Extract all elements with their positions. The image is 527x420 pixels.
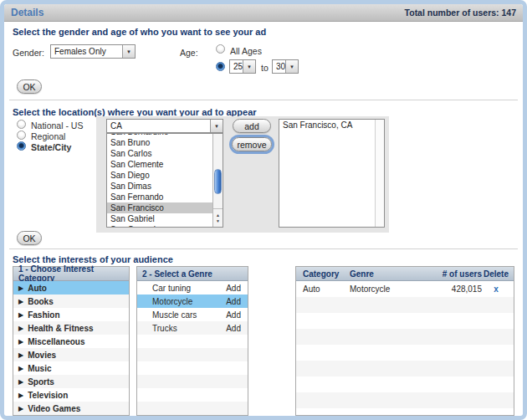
arrow-right-icon: ▶ [18,378,23,386]
add-genre-link[interactable]: Add [226,310,241,320]
city-option[interactable]: San Dimas [107,181,212,192]
selected-location-item[interactable]: San Francisco, CA [279,120,374,131]
add-genre-link[interactable]: Add [226,324,241,333]
category-row-books[interactable]: ▶Books [13,295,129,308]
to-label: to [261,63,269,73]
state-city-radio[interactable] [17,141,26,151]
gender-age-heading: Select the gender and age of who you wan… [13,27,266,37]
column-category: Category [296,269,346,279]
add-button[interactable]: add [233,119,271,133]
scroll-up-icon[interactable]: ▲ [216,213,220,218]
city-option[interactable]: San Gabriel [107,213,212,224]
city-option-selected[interactable]: San Francisco [107,202,212,213]
state-select[interactable]: CA ▼ [106,119,223,133]
city-option[interactable]: San Gregorio [107,224,212,228]
arrow-right-icon: ▶ [18,311,23,319]
gender-select[interactable]: Females Only ▼ [50,44,136,59]
category-row-fashion[interactable]: ▶Fashion [13,308,129,321]
gender-select-value: Females Only [51,47,122,56]
arrow-right-icon: ▶ [18,338,23,346]
regional-label: Regional [31,131,65,141]
scrollbar-thumb[interactable] [214,169,222,194]
age-label: Age: [180,48,198,58]
gender-label: Gender: [13,48,44,58]
category-row-music[interactable]: ▶Music [13,361,129,375]
age-from-select[interactable]: 25 ▼ [229,59,256,74]
selected-locations-scroll-track [375,120,384,227]
selected-interest-genre: Motorcycle [346,284,438,294]
title-bar: Details Total number of users: 147 [4,4,523,22]
total-users-label: Total number of users: 147 [405,8,516,18]
age-range-radio[interactable] [216,62,225,71]
chevron-down-icon[interactable]: ▼ [243,60,255,73]
selected-interest-users: 428,015 [438,284,482,294]
age-to-value: 30 [273,62,285,71]
category-row-movies[interactable]: ▶Movies [13,348,129,361]
location-ok-button[interactable]: OK [17,231,42,245]
details-panel: Details Total number of users: 147 Selec… [0,0,527,420]
city-listbox[interactable]: San Bernardino San Bruno San Carlos San … [106,133,223,228]
regional-radio[interactable] [17,131,26,140]
remove-button[interactable]: remove [232,137,272,151]
genre-row-muscle-cars[interactable]: Muscle cars Add [137,308,248,321]
category-row-television[interactable]: ▶Television [13,388,129,402]
column-genre: Genre [346,269,438,279]
genre-table: 2 - Select a Genre Car tuning Add Motorc… [136,266,248,416]
category-row-sports[interactable]: ▶Sports [13,375,129,388]
interests-heading: Select the interests of your audience [13,254,173,264]
panel-title: Details [11,7,43,18]
genre-row-car-tuning[interactable]: Car tuning Add [137,281,248,295]
city-list-scrollbar[interactable]: ▲ ▼ [212,134,223,227]
genre-table-header: 2 - Select a Genre [137,267,248,281]
delete-interest-button[interactable]: x [494,284,499,294]
national-label: National - US [31,120,83,131]
selected-interests-header-row: Category Genre # of users Delete [296,267,514,281]
category-table-header: 1 - Choose Interest Category [13,267,129,281]
city-option[interactable]: San Diego [107,170,212,181]
selected-interest-category: Auto [296,284,346,294]
national-radio[interactable] [17,120,26,129]
arrow-right-icon: ▶ [18,405,23,412]
arrow-right-icon: ▶ [18,325,23,332]
category-row-miscellaneous[interactable]: ▶Miscellaneous [13,335,129,348]
age-to-select[interactable]: 30 ▼ [272,59,299,74]
age-from-value: 25 [230,62,243,71]
scrollbar-buttons[interactable]: ▲ ▼ [213,208,223,227]
arrow-right-icon: ▶ [18,298,23,305]
category-table: 1 - Choose Interest Category ▶Auto ▶Book… [13,266,130,416]
genre-row-motorcycle[interactable]: Motorcycle Add [137,295,248,308]
city-option[interactable]: San Fernando [107,192,212,202]
chevron-down-icon[interactable]: ▼ [210,120,223,132]
column-users: # of users [438,269,482,279]
state-select-value: CA [107,121,210,131]
state-city-label: State/City [31,142,71,152]
chevron-down-icon[interactable]: ▼ [122,45,135,58]
arrow-right-icon: ▶ [18,284,23,292]
category-row-health-fitness[interactable]: ▶Health & Fitness [13,321,129,335]
scroll-down-icon[interactable]: ▼ [216,218,220,223]
section-divider [9,248,518,249]
city-option[interactable]: San Bruno [107,137,212,148]
section-divider [9,100,518,100]
arrow-right-icon: ▶ [18,351,23,359]
selected-interests-table: Category Genre # of users Delete Auto Mo… [295,266,514,416]
gender-age-ok-button[interactable]: OK [17,79,42,94]
arrow-right-icon: ▶ [18,392,23,399]
genre-row-trucks[interactable]: Trucks Add [137,321,248,335]
all-ages-label: All Ages [230,46,262,56]
city-option[interactable]: San Clemente [107,159,212,170]
category-row-video-games[interactable]: ▶Video Games [13,402,129,415]
selected-interest-row: Auto Motorcycle 428,015 x [296,281,514,297]
category-row-auto[interactable]: ▶Auto [13,281,129,295]
selected-locations-listbox[interactable]: San Francisco, CA [279,119,385,228]
all-ages-radio[interactable] [216,44,225,54]
city-option[interactable]: San Carlos [107,148,212,159]
column-delete: Delete [482,269,510,279]
add-genre-link[interactable]: Add [226,284,241,293]
add-genre-link[interactable]: Add [226,297,241,306]
chevron-down-icon[interactable]: ▼ [285,60,298,73]
arrow-right-icon: ▶ [18,365,23,372]
